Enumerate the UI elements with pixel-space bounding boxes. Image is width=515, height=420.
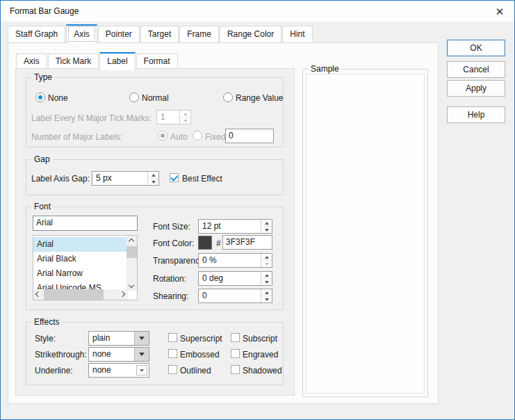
style-label: Style: — [35, 334, 56, 344]
scroll-down-icon[interactable] — [129, 282, 134, 288]
shadowed-label[interactable]: Shadowed — [243, 366, 282, 375]
fixed-count-input[interactable]: 0 — [225, 129, 274, 143]
spinner-down-icon[interactable] — [148, 179, 158, 185]
subscript-label[interactable]: Subscript — [243, 334, 277, 344]
scroll-up-icon[interactable] — [129, 239, 134, 244]
outlined-label[interactable]: Outlined — [180, 366, 211, 375]
outer-tab-bar: Staff Graph Axis Pointer Target Frame Ra… — [8, 24, 313, 43]
tab-target[interactable]: Target — [140, 26, 179, 43]
type-none-label[interactable]: None — [48, 93, 68, 103]
font-color-hex-input[interactable]: 3F3F3F — [222, 235, 272, 250]
chevron-down-icon[interactable] — [136, 365, 147, 375]
horizontal-scroll-thumb[interactable] — [44, 289, 104, 300]
spinner-buttons — [147, 172, 158, 185]
best-effect-checkbox[interactable] — [170, 173, 179, 182]
spinner-buttons — [261, 289, 272, 302]
help-button[interactable]: Help — [447, 106, 505, 123]
font-color-label: Font Color: — [153, 239, 194, 248]
label-every-n-spinner: 1 — [156, 110, 191, 124]
apply-button[interactable]: Apply — [447, 80, 505, 97]
type-none-radio[interactable] — [35, 92, 45, 102]
font-size-value: 12 pt — [202, 221, 221, 232]
horizontal-scrollbar[interactable] — [33, 289, 128, 300]
engraved-label[interactable]: Engraved — [243, 350, 278, 360]
tab-pointer[interactable]: Pointer — [98, 26, 140, 43]
sample-preview-area — [306, 74, 425, 394]
tab-tick-mark[interactable]: Tick Mark — [48, 54, 99, 69]
superscript-checkbox[interactable] — [168, 333, 177, 342]
cancel-button[interactable]: Cancel — [447, 61, 505, 78]
type-range-value-radio[interactable] — [223, 92, 233, 102]
gap-group-title: Gap — [31, 154, 53, 164]
shearing-spinner[interactable]: 0 — [198, 289, 272, 303]
type-normal-radio[interactable] — [129, 92, 139, 102]
embossed-label[interactable]: Embossed — [180, 350, 220, 360]
fixed-radio — [193, 131, 202, 140]
tab-hint[interactable]: Hint — [282, 26, 312, 43]
ok-button[interactable]: OK — [447, 40, 505, 56]
underline-value: none — [92, 365, 111, 375]
embossed-checkbox[interactable] — [168, 349, 177, 358]
auto-radio — [158, 131, 167, 140]
inner-tab-bar: Axis Tick Mark Label Format — [16, 51, 179, 69]
spinner-up-icon[interactable] — [261, 272, 272, 279]
spinner-up-icon[interactable] — [148, 172, 158, 179]
sample-group: Sample — [302, 69, 428, 397]
spinner-down-icon[interactable] — [261, 227, 272, 233]
spinner-down-icon — [261, 261, 272, 267]
tab-inner-axis[interactable]: Axis — [16, 54, 47, 69]
underline-dropdown[interactable]: none — [88, 363, 149, 378]
style-dropdown[interactable]: plain — [88, 331, 149, 346]
gap-group: Gap Label Axis Gap: 5 px Best Effect — [26, 159, 284, 195]
font-list-item[interactable]: Arial — [33, 237, 126, 252]
shadowed-checkbox[interactable] — [231, 365, 240, 374]
fixed-label: Fixed — [205, 132, 225, 142]
font-group-title: Font — [31, 202, 54, 211]
spinner-buttons — [261, 220, 272, 233]
chevron-down-icon[interactable] — [134, 332, 149, 345]
spinner-buttons — [261, 254, 272, 267]
tab-axis[interactable]: Axis — [66, 24, 97, 44]
window-title: Format Bar Gauge — [10, 6, 79, 16]
outlined-checkbox[interactable] — [168, 365, 177, 374]
spinner-up-icon[interactable] — [261, 254, 272, 261]
rotation-label: Rotation: — [153, 274, 186, 284]
engraved-checkbox[interactable] — [231, 349, 240, 358]
font-size-spinner[interactable]: 12 pt — [198, 219, 272, 234]
font-list-item[interactable]: Arial Black — [33, 252, 126, 266]
type-range-value-label[interactable]: Range Value — [236, 93, 284, 103]
tab-staff-graph[interactable]: Staff Graph — [8, 26, 65, 43]
chevron-down-icon[interactable] — [134, 348, 149, 361]
tab-frame[interactable]: Frame — [179, 26, 219, 43]
font-list-item[interactable]: Arial Narrow — [33, 266, 126, 281]
strikethrough-dropdown[interactable]: none — [88, 347, 149, 362]
close-icon[interactable]: ✕ — [491, 3, 508, 19]
vertical-scrollbar[interactable] — [126, 236, 137, 291]
rotation-spinner[interactable]: 0 deg — [198, 271, 272, 286]
font-color-swatch[interactable] — [198, 236, 212, 250]
spinner-up-icon[interactable] — [261, 289, 272, 296]
label-axis-gap-spinner[interactable]: 5 px — [92, 171, 159, 186]
tab-label[interactable]: Label — [99, 52, 135, 70]
spinner-down-icon[interactable] — [261, 296, 272, 302]
subscript-checkbox[interactable] — [231, 333, 240, 342]
font-name-input[interactable]: Arial — [33, 216, 138, 231]
superscript-label[interactable]: Superscript — [180, 334, 222, 344]
type-group: Type None Normal Range Value Label Every… — [26, 77, 284, 147]
spinner-buttons — [179, 111, 190, 124]
transparency-value: 0 % — [202, 255, 217, 266]
scroll-right-icon[interactable] — [120, 291, 125, 297]
transparency-spinner[interactable]: 0 % — [198, 253, 272, 268]
best-effect-label[interactable]: Best Effect — [182, 174, 222, 184]
tab-format[interactable]: Format — [136, 54, 178, 69]
scroll-left-icon[interactable] — [35, 291, 41, 297]
number-major-labels-label: Number of Major Labels: — [31, 132, 122, 142]
vertical-scroll-thumb[interactable] — [126, 246, 137, 258]
underline-label: Underline: — [35, 366, 73, 375]
effects-group-title: Effects — [31, 317, 62, 327]
tab-range-color[interactable]: Range Color — [220, 26, 281, 43]
spinner-up-icon[interactable] — [261, 220, 272, 227]
spinner-down-icon[interactable] — [261, 279, 272, 285]
type-normal-label[interactable]: Normal — [142, 93, 169, 103]
spinner-buttons — [261, 272, 272, 285]
